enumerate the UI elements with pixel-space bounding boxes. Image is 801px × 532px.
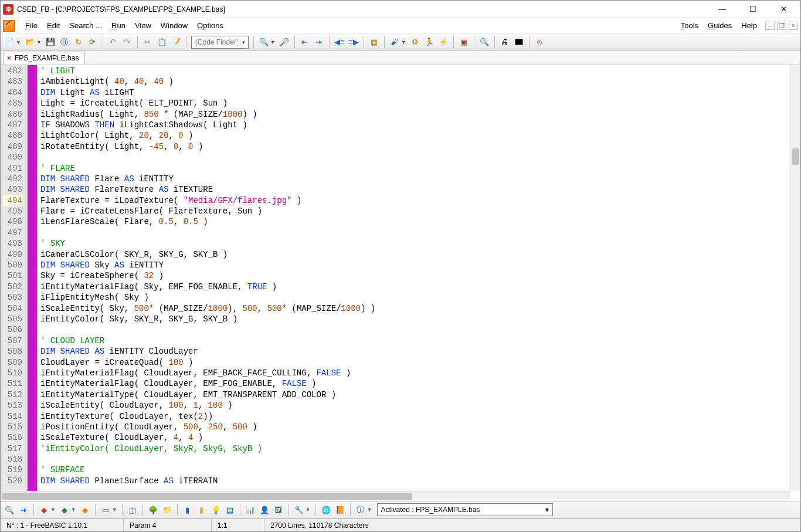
code-line[interactable]: iEntityMaterialFlag( Sky, EMF_FOG_ENABLE… [40,282,375,292]
code-line[interactable]: DIM Light AS iLIGHT [40,87,375,98]
panel-icon[interactable]: ▤ [223,503,236,516]
save-all-icon[interactable]: Ⓗ [58,36,71,49]
dropdown-icon[interactable]: ▾ [240,39,247,45]
search-icon[interactable]: 🔍 [257,36,270,49]
code-line[interactable]: ' FLARE [40,163,375,174]
save-icon[interactable]: 💾 [44,36,57,49]
gear-icon[interactable]: ⚙ [409,36,422,49]
exit-icon[interactable]: ⎋ [533,36,546,49]
mdi-restore-button[interactable]: ❐ [777,22,786,30]
brush-icon[interactable]: 🖌 [388,36,401,49]
dropdown-icon[interactable]: ▼ [16,39,21,45]
code-line[interactable]: iEntityMaterialType( CloudLayer, EMT_TRA… [40,389,375,400]
menu-window[interactable]: Window [156,19,192,32]
menu-guides[interactable]: Guides [703,19,736,32]
code-line[interactable]: iFlipEntityMesh( Sky ) [40,292,375,303]
code-line[interactable]: iEntityMaterialFlag( CloudLayer, EMF_FOG… [40,378,375,389]
console-icon[interactable] [512,36,525,49]
code-line[interactable]: Flare = iCreateLensFlare( FlareTexture, … [40,206,375,216]
code-line[interactable]: iLightColor( Light, 20, 20, 0 ) [40,130,375,141]
menu-run[interactable]: Run [107,19,130,32]
outdent-icon[interactable]: ◀≡ [333,36,346,49]
code-line[interactable]: iScaleEntity( Sky, 500* (MAP_SIZE/1000),… [40,303,375,314]
menu-file[interactable]: File [21,19,42,32]
mdi-minimize-button[interactable]: – [765,22,775,30]
code-line[interactable]: iRotateEntity( Light, -45, 0, 0 ) [40,141,375,152]
code-line[interactable] [40,228,375,238]
bookmark-red-icon[interactable]: ◆ [38,503,50,516]
dropdown-icon[interactable]: ▼ [36,39,42,45]
code-line[interactable]: iLensFlareScale( Flare, 0.5, 0.5 ) [40,216,375,227]
scrollbar-thumb[interactable] [2,493,412,500]
copy-icon[interactable]: 📋 [155,36,168,49]
dropdown-icon[interactable]: ▼ [270,39,276,45]
code-line[interactable]: IF SHADOWS THEN iLightCastShadows( Light… [40,120,375,130]
folder-icon[interactable]: 📁 [161,503,174,516]
preview-icon[interactable]: 🔍 [478,36,491,49]
code-line[interactable]: iEntityMaterialFlag( CloudLayer, EMF_BAC… [40,368,375,378]
dropdown-icon[interactable]: ▼ [50,507,56,513]
menu-options[interactable]: Options [192,19,228,32]
activated-file-selector[interactable]: Activated : FPS_EXAMPLE.bas ▾ [377,503,553,516]
code-line[interactable]: CloudLayer = iCreateQuad( 100 ) [40,357,375,368]
code-line[interactable]: ' SURFACE [40,465,375,475]
goto-icon[interactable]: ➜ [17,503,30,516]
dropdown-icon[interactable]: ▼ [306,507,311,513]
new-file-icon[interactable]: 📄 [3,36,16,49]
search-next-icon[interactable]: 🔎 [278,36,291,49]
refresh-icon[interactable]: ⟳ [86,36,99,49]
help-book-icon[interactable]: 📙 [334,503,347,516]
info-icon[interactable]: ⓘ [354,503,367,516]
code-line[interactable]: ' CLOUD LAYER [40,336,375,346]
code-line[interactable]: iAmbientLight( 40, 40, 40 ) [40,76,375,87]
code-line[interactable]: iScaleEntity( CloudLayer, 100, 1, 100 ) [40,400,375,411]
code-line[interactable]: iLightRadius( Light, 850 * (MAP_SIZE/100… [40,109,375,120]
bookmark-green-icon[interactable]: ◆ [58,503,71,516]
mdi-close-button[interactable]: × [789,22,798,30]
bulb-icon[interactable]: 💡 [209,503,222,516]
find-icon[interactable]: 🔍 [3,503,16,516]
code-line[interactable]: DIM SHARED Sky AS iENTITY [40,260,375,270]
image-icon[interactable]: 🖼 [272,503,285,516]
dropdown-icon[interactable]: ▼ [367,507,372,513]
code-line[interactable] [40,454,375,465]
undo-icon[interactable]: ↶ [107,36,120,49]
module-icon[interactable]: ▣ [457,36,470,49]
dropdown-icon[interactable]: ▾ [545,506,549,514]
tab-close-icon[interactable]: × [7,54,11,62]
dropdown-icon[interactable]: ▼ [112,507,117,513]
code-line[interactable]: DIM SHARED FlareTexture AS iTEXTURE [40,184,375,195]
print-icon[interactable]: 🖨 [498,36,511,49]
menu-tools[interactable]: Tools [676,19,703,32]
code-line[interactable]: DIM SHARED PlanetSurface AS iTERRAIN [40,476,375,486]
code-line[interactable]: iEntityColor( Sky, SKY_R, SKY_G, SKY_B ) [40,314,375,324]
code-line[interactable]: ' LIGHT [40,66,375,76]
code-line[interactable]: iScaleTexture( CloudLayer, 4, 4 ) [40,432,375,443]
dropdown-icon[interactable]: ▼ [401,39,406,45]
horizontal-scrollbar[interactable] [1,491,790,501]
db-yellow-icon[interactable]: ▮ [195,503,208,516]
chart-icon[interactable]: 📊 [244,503,257,516]
tools-icon[interactable]: 🔧 [293,503,306,516]
db-blue-icon[interactable]: ▮ [181,503,194,516]
indent-left-icon[interactable]: ⇤ [298,36,311,49]
paste-icon[interactable]: 📝 [169,36,182,49]
scrollbar-thumb[interactable] [792,148,799,165]
menu-view[interactable]: View [130,19,156,32]
code-finder-input[interactable] [193,38,240,46]
code-line[interactable]: Light = iCreateLight( ELT_POINT, Sun ) [40,98,375,109]
user-icon[interactable]: 👤 [258,503,271,516]
reload-icon[interactable]: ↻ [72,36,85,49]
code-line[interactable] [40,324,375,335]
tree-icon[interactable]: 🌳 [147,503,159,516]
code-line[interactable]: DIM SHARED AS iENTITY CloudLayer [40,346,375,357]
code-line[interactable]: iPositionEntity( CloudLayer, 500, 250, 5… [40,422,375,432]
indent-right-icon[interactable]: ⇥ [313,36,325,49]
cut-icon[interactable]: ✂ [141,36,154,49]
lightning-icon[interactable]: ⚡ [437,36,450,49]
maximize-button[interactable]: ☐ [743,2,763,16]
bookmark-orange-icon[interactable]: ◆ [79,503,91,516]
dropdown-icon[interactable]: ▼ [71,507,76,513]
file-tab[interactable]: × FPS_EXAMPLE.bas [3,52,85,65]
open-file-icon[interactable]: 📂 [23,36,36,49]
